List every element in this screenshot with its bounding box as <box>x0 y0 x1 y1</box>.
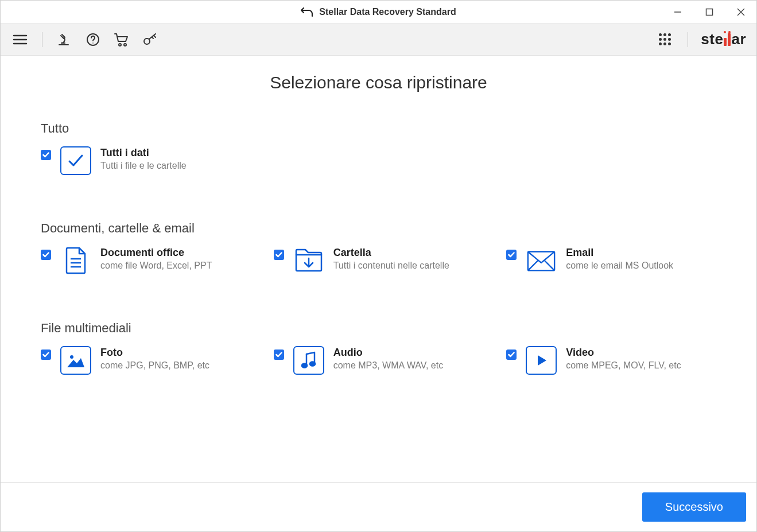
section-documents: Documenti, cartelle & email Documenti of… <box>41 221 716 275</box>
window-title: Stellar Data Recovery Standard <box>319 7 456 17</box>
option-title: Tutti i dati <box>100 146 187 160</box>
page-heading: Selezionare cosa ripristinare <box>41 73 716 92</box>
close-button[interactable] <box>725 1 756 23</box>
option-audio[interactable]: Audio come MP3, WMA WAV, etc <box>274 346 484 375</box>
checkbox-email[interactable] <box>506 250 517 260</box>
option-desc: come JPG, PNG, BMP, etc <box>100 360 209 371</box>
option-photos[interactable]: Foto come JPG, PNG, BMP, etc <box>41 346 251 375</box>
window-controls <box>662 1 756 23</box>
section-everything: Tutto Tutti i dati Tutti i file e le car… <box>41 121 716 175</box>
microscope-icon[interactable] <box>55 30 73 49</box>
option-desc: come MPEG, MOV, FLV, etc <box>566 360 681 371</box>
checkbox-office-documents[interactable] <box>41 250 51 260</box>
music-note-icon <box>293 346 324 375</box>
svg-point-24 <box>310 362 315 366</box>
svg-marker-25 <box>538 355 546 366</box>
option-desc: come file Word, Excel, PPT <box>100 261 212 271</box>
play-icon <box>526 346 557 375</box>
key-icon[interactable] <box>141 30 160 49</box>
titlebar: Stellar Data Recovery Standard <box>1 1 756 24</box>
help-icon[interactable] <box>84 30 102 49</box>
option-desc: come le email MS Outlook <box>566 261 673 271</box>
section-title-media: File multimediali <box>41 321 716 336</box>
apps-grid-icon[interactable] <box>657 30 675 49</box>
svg-point-11 <box>119 44 121 46</box>
svg-point-10 <box>92 42 94 44</box>
option-office-documents[interactable]: Documenti office come file Word, Excel, … <box>41 246 251 275</box>
section-title-documents: Documenti, cartelle & email <box>41 221 716 236</box>
option-title: Video <box>566 346 681 359</box>
document-icon <box>60 246 91 275</box>
checkbox-folders[interactable] <box>274 250 284 260</box>
undo-icon[interactable] <box>301 7 313 17</box>
checkbox-photos[interactable] <box>41 350 51 360</box>
brand-logo: ste ar <box>701 30 746 48</box>
option-title: Foto <box>100 346 209 359</box>
checkbox-audio[interactable] <box>274 350 284 360</box>
maximize-button[interactable] <box>693 1 725 23</box>
option-title: Cartella <box>333 246 449 259</box>
footer: Successivo <box>1 482 756 531</box>
app-window: Stellar Data Recovery Standard <box>0 0 757 532</box>
cart-icon[interactable] <box>112 30 131 49</box>
option-title: Documenti office <box>100 246 212 259</box>
option-folders[interactable]: Cartella Tutti i contenuti nelle cartell… <box>274 246 484 275</box>
svg-point-12 <box>124 44 126 46</box>
image-icon <box>60 346 91 375</box>
checkbox-video[interactable] <box>506 350 517 360</box>
minimize-button[interactable] <box>662 1 693 23</box>
brand-text-pre: ste <box>701 30 723 48</box>
next-button[interactable]: Successivo <box>642 492 746 522</box>
option-email[interactable]: Email come le email MS Outlook <box>506 246 716 275</box>
checkbox-all-data[interactable] <box>41 150 51 160</box>
option-title: Audio <box>333 346 443 359</box>
brand-text-post: ar <box>731 30 746 48</box>
option-desc: come MP3, WMA WAV, etc <box>333 360 443 371</box>
svg-line-21 <box>545 261 554 270</box>
section-media: File multimediali Foto come JPG, PNG, BM… <box>41 321 716 375</box>
option-desc: Tutti i contenuti nelle cartelle <box>333 261 449 271</box>
option-title: Email <box>566 246 673 259</box>
option-desc: Tutti i file e le cartelle <box>100 161 187 171</box>
check-box-icon <box>60 146 91 175</box>
folder-download-icon <box>293 246 324 275</box>
svg-rect-1 <box>706 9 712 15</box>
envelope-icon <box>526 246 557 275</box>
toolbar: ste ar <box>1 24 756 56</box>
option-video[interactable]: Video come MPEG, MOV, FLV, etc <box>506 346 716 375</box>
svg-point-22 <box>70 355 73 359</box>
brand-ll-icon <box>723 33 731 46</box>
toolbar-separator <box>688 32 688 47</box>
section-title-everything: Tutto <box>41 121 716 136</box>
svg-line-20 <box>528 261 538 270</box>
option-all-data[interactable]: Tutti i dati Tutti i file e le cartelle <box>41 146 259 175</box>
toolbar-separator <box>42 32 42 47</box>
main-content: Selezionare cosa ripristinare Tutto Tutt… <box>1 56 756 482</box>
svg-point-23 <box>302 364 307 368</box>
menu-button[interactable] <box>11 30 29 49</box>
